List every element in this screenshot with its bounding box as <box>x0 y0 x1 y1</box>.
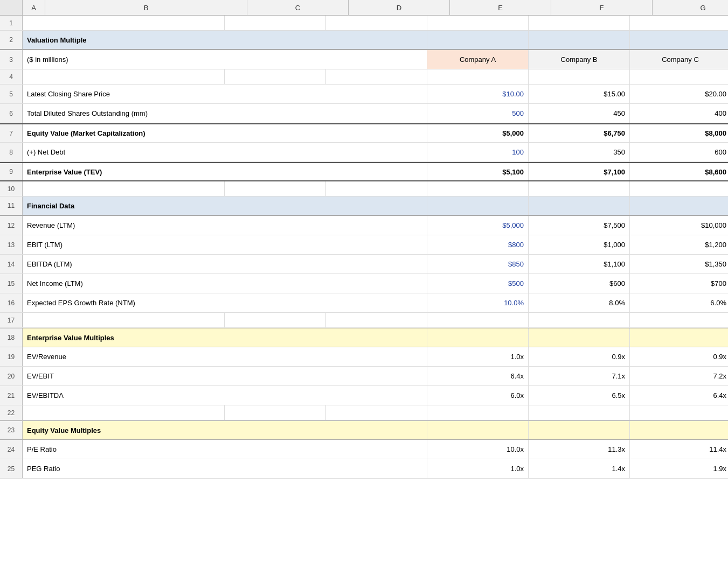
table-row: 6Total Diluted Shares Outstanding (mm)50… <box>0 104 728 123</box>
table-row: 4 <box>0 69 728 85</box>
cell-label: Equity Value (Market Capitalization) <box>23 124 427 142</box>
cell-company-a: $5,000 <box>427 216 529 235</box>
cell-label: Net Income (LTM) <box>23 274 427 293</box>
cell-company-c: 600 <box>630 143 728 162</box>
table-row: 1 <box>0 16 728 31</box>
cell-company-b: $7,100 <box>529 163 630 180</box>
cell-company-a: 10.0x <box>427 440 529 459</box>
cell-label: EV/EBITDA <box>23 386 427 405</box>
cell-company-a: 6.4x <box>427 367 529 385</box>
table-row: 9Enterprise Value (TEV)$5,100$7,100$8,60… <box>0 162 728 181</box>
cell-company-a <box>427 197 529 215</box>
cell-label: Valuation Multiple <box>23 31 427 49</box>
cell-company-c: 7.2x <box>630 367 728 385</box>
cell-company-c: $1,200 <box>630 235 728 254</box>
cell-company-b <box>529 197 630 215</box>
table-row: 10 <box>0 181 728 197</box>
row-number: 2 <box>0 31 23 49</box>
col-header-a: A <box>23 0 45 15</box>
row-number: 15 <box>0 274 23 293</box>
cell-company-b: $1,100 <box>529 255 630 274</box>
table-row: 24P/E Ratio10.0x11.3x11.4x <box>0 440 728 459</box>
col-header-d: D <box>349 0 450 15</box>
cell-label: Expected EPS Growth Rate (NTM) <box>23 293 427 312</box>
row-number: 18 <box>0 328 23 347</box>
table-row: 12Revenue (LTM)$5,000$7,500$10,000 <box>0 216 728 235</box>
cell-label: Enterprise Value Multiples <box>23 328 427 347</box>
row-number: 10 <box>0 181 23 196</box>
cell-company-a: $850 <box>427 255 529 274</box>
table-row: 23Equity Value Multiples <box>0 420 728 440</box>
cell-label: Enterprise Value (TEV) <box>23 163 427 180</box>
col-header-g: G <box>653 0 728 15</box>
cell-company-c <box>630 31 728 49</box>
table-row: 20EV/EBIT6.4x7.1x7.2x <box>0 367 728 386</box>
cell-company-a: $800 <box>427 235 529 254</box>
row-number: 5 <box>0 85 23 103</box>
row-number: 11 <box>0 197 23 215</box>
cell-company-b: $600 <box>529 274 630 293</box>
table-row: 14EBITDA (LTM)$850$1,100$1,350 <box>0 255 728 274</box>
cell-company-b: 11.3x <box>529 440 630 459</box>
table-row: 5Latest Closing Share Price$10.00$15.00$… <box>0 85 728 104</box>
row-number: 19 <box>0 347 23 366</box>
cell-company-b: $7,500 <box>529 216 630 235</box>
cell-company-c <box>630 421 728 439</box>
row-number: 9 <box>0 163 23 180</box>
cell-company-b: 8.0% <box>529 293 630 312</box>
table-row: 15Net Income (LTM)$500$600$700 <box>0 274 728 293</box>
table-row: 19EV/Revenue1.0x0.9x0.9x <box>0 347 728 367</box>
cell-company-a: 1.0x <box>427 347 529 366</box>
row-number: 12 <box>0 216 23 235</box>
rows-container: 12Valuation Multiple3($ in millions)Comp… <box>0 16 728 479</box>
cell-company-c: $8,600 <box>630 163 728 180</box>
table-row: 17 <box>0 313 728 328</box>
cell-company-a: 6.0x <box>427 386 529 405</box>
table-row: 21EV/EBITDA6.0x6.5x6.4x <box>0 386 728 405</box>
cell-company-c <box>630 197 728 215</box>
table-row: 11Financial Data <box>0 197 728 216</box>
cell-company-a: 1.0x <box>427 459 529 478</box>
row-number: 4 <box>0 69 23 84</box>
row-number: 1 <box>0 16 23 30</box>
cell-company-a <box>427 31 529 49</box>
cell-company-b: $15.00 <box>529 85 630 103</box>
row-number: 3 <box>0 50 23 69</box>
cell-company-c: 6.0% <box>630 293 728 312</box>
cell-company-b: 6.5x <box>529 386 630 405</box>
row-number: 7 <box>0 124 23 142</box>
cell-company-b: $6,750 <box>529 124 630 142</box>
row-number: 16 <box>0 293 23 312</box>
cell-company-a: Company A <box>427 50 529 69</box>
cell-company-b: 7.1x <box>529 367 630 385</box>
cell-label: Revenue (LTM) <box>23 216 427 235</box>
cell-label: EV/EBIT <box>23 367 427 385</box>
table-row: 13EBIT (LTM)$800$1,000$1,200 <box>0 235 728 255</box>
cell-company-b: 1.4x <box>529 459 630 478</box>
cell-company-b <box>529 328 630 347</box>
cell-company-b: 350 <box>529 143 630 162</box>
cell-label: Total Diluted Shares Outstanding (mm) <box>23 104 427 123</box>
cell-company-c: $1,350 <box>630 255 728 274</box>
row-number: 8 <box>0 143 23 162</box>
row-number: 23 <box>0 421 23 439</box>
corner-cell <box>0 0 23 15</box>
cell-label: EBIT (LTM) <box>23 235 427 254</box>
cell-company-c: 400 <box>630 104 728 123</box>
row-number: 24 <box>0 440 23 459</box>
cell-company-a <box>427 421 529 439</box>
cell-label: (+) Net Debt <box>23 143 427 162</box>
cell-company-c <box>630 328 728 347</box>
cell-label: EBITDA (LTM) <box>23 255 427 274</box>
cell-label: Financial Data <box>23 197 427 215</box>
row-number: 22 <box>0 405 23 420</box>
cell-company-b <box>529 31 630 49</box>
col-header-f: F <box>551 0 653 15</box>
spreadsheet: A B C D E F G 12Valuation Multiple3($ in… <box>0 0 728 561</box>
cell-company-b <box>529 421 630 439</box>
cell-company-c: 6.4x <box>630 386 728 405</box>
col-header-e: E <box>450 0 551 15</box>
cell-company-c: 1.9x <box>630 459 728 478</box>
cell-company-a <box>427 328 529 347</box>
table-row: 18Enterprise Value Multiples <box>0 328 728 347</box>
